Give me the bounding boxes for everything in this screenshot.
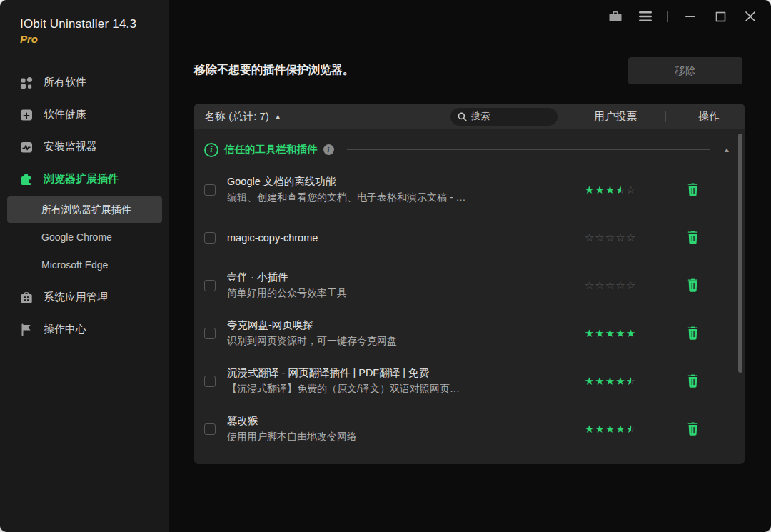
star-icon: ★ [615, 423, 625, 436]
plugin-description: 识别到网页资源时，可一键存夸克网盘 [227, 335, 566, 348]
toolbox-icon[interactable] [608, 9, 623, 24]
install-monitor-icon [19, 140, 34, 154]
trash-icon[interactable] [685, 373, 700, 389]
sidebar-nav: 所有软件 软件健康 安装监视器 浏览器扩展插件 [0, 66, 169, 346]
plugin-text: 篡改猴 使用用户脚本自由地改变网络 [227, 414, 566, 443]
sidebar-item-software-health[interactable]: 软件健康 [0, 99, 169, 131]
flag-icon [19, 323, 34, 337]
group-label: 信任的工具栏和插件 [224, 143, 318, 156]
app-window: IObit Uninstaller 14.3 Pro 所有软件 软件健康 安装监… [0, 0, 771, 532]
plugin-checkbox[interactable] [204, 184, 216, 196]
apps-grid-icon [19, 76, 34, 90]
remove-button[interactable]: 移除 [628, 57, 742, 84]
star-icon: ☆ [626, 231, 636, 244]
page-title: 移除不想要的插件保护浏览器。 [194, 63, 354, 78]
trash-icon[interactable] [685, 325, 700, 341]
star-icon: ★☆ [626, 423, 636, 436]
maximize-button[interactable] [712, 9, 728, 24]
plugin-actions [655, 181, 730, 198]
star-icon: ★☆ [626, 375, 636, 388]
sidebar: IObit Uninstaller 14.3 Pro 所有软件 软件健康 安装监… [0, 0, 169, 532]
sidebar-item-label: 浏览器扩展插件 [44, 172, 119, 186]
trusted-group-header[interactable]: i 信任的工具栏和插件 i ▲ [194, 134, 745, 166]
star-icon: ★ [595, 184, 605, 196]
sidebar-item-all-software[interactable]: 所有软件 [0, 66, 169, 99]
sidebar-subitem-microsoft-edge[interactable]: Microsoft Edge [7, 252, 162, 278]
sidebar-item-browser-extensions[interactable]: 浏览器扩展插件 [0, 163, 169, 195]
plugin-row: 篡改猴 使用用户脚本自由地改变网络 ★★★★★☆ [194, 405, 745, 453]
plugin-text: 壹伴 · 小插件 简单好用的公众号效率工具 [227, 271, 566, 300]
star-icon: ☆ [626, 279, 636, 292]
search-placeholder: 搜索 [471, 110, 490, 123]
star-icon: ★ [585, 327, 595, 340]
plugin-checkbox[interactable] [204, 328, 216, 339]
search-input[interactable]: 搜索 [450, 108, 558, 126]
star-icon: ★ [605, 375, 615, 388]
info-icon[interactable]: i [323, 144, 334, 155]
star-icon: ★ [595, 423, 605, 436]
plugin-rating: ★★★★★☆ [566, 423, 655, 436]
plugin-checkbox[interactable] [204, 280, 216, 291]
sidebar-item-label: 安装监视器 [44, 140, 97, 154]
star-icon: ☆ [615, 231, 625, 244]
group-info-outline-icon: i [204, 143, 218, 157]
plugin-row: 沉浸式翻译 - 网页翻译插件 | PDF翻译 | 免费 【沉浸式翻译】免费的（原… [194, 357, 745, 405]
menu-icon[interactable] [638, 9, 653, 24]
plugin-row: Google 文档的离线功能 编辑、创建和查看您的文档、电子表格和演示文稿 - … [194, 166, 745, 214]
plugin-checkbox[interactable] [204, 423, 216, 435]
plugins-panel: 名称 (总计: 7) ▲ 搜索 用户投票 操作 i 信任的工具栏和插件 i ▲ [194, 104, 745, 464]
scrollbar-thumb[interactable] [738, 134, 742, 373]
votes-column-header[interactable]: 用户投票 [573, 110, 658, 124]
star-icon: ★ [605, 423, 615, 436]
pro-badge: Pro [20, 33, 169, 45]
plugin-description: 简单好用的公众号效率工具 [227, 287, 566, 300]
column-separator [665, 111, 666, 122]
star-icon: ☆ [615, 279, 625, 292]
search-icon [458, 112, 467, 121]
trash-icon[interactable] [685, 181, 700, 198]
name-column-header[interactable]: 名称 (总计: 7) ▲ [194, 110, 450, 124]
sidebar-subitem-all-browser-extensions[interactable]: 所有浏览器扩展插件 [7, 196, 162, 223]
plugin-text: magic-copy-chrome [227, 232, 566, 244]
star-icon: ☆ [605, 279, 615, 292]
star-icon: ★ [615, 327, 625, 340]
trash-icon[interactable] [685, 229, 700, 246]
plugin-checkbox[interactable] [204, 232, 216, 244]
sidebar-item-action-center[interactable]: 操作中心 [0, 313, 169, 346]
star-icon: ★ [615, 375, 625, 388]
puzzle-icon [19, 172, 34, 186]
star-icon: ☆ [605, 231, 615, 244]
sidebar-item-system-apps[interactable]: 系统应用管理 [0, 281, 169, 313]
sidebar-item-label: 所有软件 [44, 76, 86, 89]
star-icon: ☆ [595, 231, 605, 244]
star-icon: ☆ [626, 184, 636, 196]
plugin-text: Google 文档的离线功能 编辑、创建和查看您的文档、电子表格和演示文稿 - … [227, 175, 566, 204]
plugin-actions [655, 373, 730, 389]
plugin-row: magic-copy-chrome ☆☆☆☆☆ [194, 214, 745, 261]
sidebar-item-install-monitor[interactable]: 安装监视器 [0, 131, 169, 163]
sidebar-item-label: 系统应用管理 [44, 291, 108, 304]
software-health-icon [19, 108, 34, 122]
trash-icon[interactable] [685, 421, 700, 437]
trash-icon[interactable] [685, 277, 700, 293]
sidebar-item-label: 操作中心 [44, 323, 86, 336]
plugin-list: Google 文档的离线功能 编辑、创建和查看您的文档、电子表格和演示文稿 - … [194, 166, 745, 453]
star-icon: ☆ [585, 231, 595, 244]
star-icon: ★ [585, 423, 595, 436]
plugin-checkbox[interactable] [204, 376, 216, 387]
plugin-name: 沉浸式翻译 - 网页翻译插件 | PDF翻译 | 免费 [227, 366, 566, 380]
star-icon: ★ [605, 184, 615, 196]
column-separator [565, 111, 565, 122]
star-icon: ☆ [585, 279, 595, 292]
plugin-name: 壹伴 · 小插件 [227, 271, 566, 284]
actions-column-header[interactable]: 操作 [673, 110, 745, 124]
sidebar-subitem-google-chrome[interactable]: Google Chrome [7, 224, 162, 251]
titlebar-separator [667, 11, 668, 22]
star-icon: ★ [595, 375, 605, 388]
minimize-button[interactable] [682, 9, 698, 24]
collapse-icon[interactable]: ▲ [723, 146, 730, 154]
star-icon: ★ [595, 327, 605, 340]
star-icon: ★ [605, 327, 615, 340]
star-icon: ★☆ [615, 184, 625, 196]
close-button[interactable] [742, 9, 758, 24]
